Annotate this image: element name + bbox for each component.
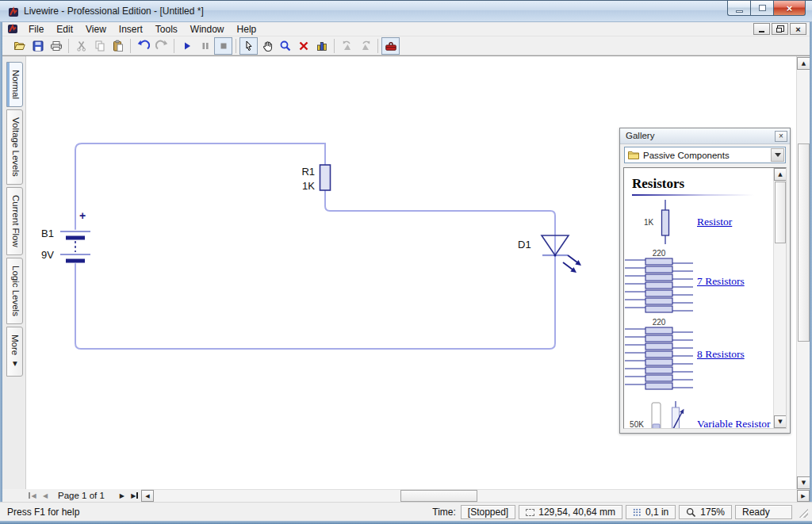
toolbar [2, 36, 810, 55]
copy-icon [94, 40, 106, 52]
previous-page-button[interactable]: ◀ [39, 490, 52, 502]
menu-insert[interactable]: Insert [113, 22, 149, 36]
pause-button[interactable] [196, 37, 214, 55]
pause-icon [199, 40, 212, 52]
last-page-button[interactable]: ▶ [128, 490, 141, 502]
pointer-icon [243, 40, 255, 52]
vertical-scroll-thumb[interactable] [798, 143, 810, 342]
redo-icon [155, 40, 168, 52]
title-bar[interactable]: Livewire - Professional Edition - [Untit… [0, 0, 812, 22]
cut-icon [75, 40, 88, 52]
mdi-minimize-icon [759, 31, 764, 33]
scroll-up-button[interactable]: ▲ [797, 57, 810, 70]
graph-button[interactable] [312, 37, 331, 55]
horizontal-scrollbar[interactable]: ◀ ▶ [141, 489, 810, 502]
paste-icon [112, 40, 124, 52]
close-button[interactable]: × [773, 1, 806, 16]
rotate-left-icon [341, 40, 354, 52]
tab-current-flow[interactable]: Current Flow [6, 187, 23, 255]
gallery-close-button[interactable]: × [775, 131, 787, 142]
simulation-time-panel: [Stopped] [461, 505, 515, 519]
gallery-category-row: Passive Components [620, 144, 790, 166]
tab-logic-levels[interactable]: Logic Levels [6, 258, 23, 324]
menu-help[interactable]: Help [231, 22, 263, 36]
mdi-close-button[interactable]: × [790, 23, 806, 35]
resistor-symbol-icon [657, 200, 674, 244]
vertical-scrollbar[interactable]: ▲ ▼ [796, 56, 810, 490]
resize-grip[interactable] [797, 507, 808, 518]
restore-button[interactable] [750, 1, 773, 16]
item-value-label: 1K [644, 218, 653, 227]
category-selected-value: Passive Components [643, 151, 730, 160]
gallery-content: Resistors 1K Resistor 220 [623, 167, 787, 429]
menu-file[interactable]: File [22, 22, 50, 36]
bar-chart-icon [316, 40, 328, 52]
gallery-link-variable-resistor[interactable]: Variable Resistor [697, 418, 771, 429]
gallery-link-resistor[interactable]: Resistor [697, 216, 732, 228]
stop-button[interactable] [214, 37, 232, 55]
pointer-tool-button[interactable] [239, 37, 258, 55]
gallery-item-variable-resistor: 50K Variable Resistor [624, 392, 773, 429]
rotate-right-icon [359, 40, 372, 52]
next-page-icon: ▶ [120, 492, 124, 499]
resistor-network-8-icon [623, 327, 695, 391]
undo-button[interactable] [134, 37, 152, 55]
paste-button[interactable] [109, 37, 127, 55]
scroll-right-button[interactable]: ▶ [797, 490, 810, 502]
gallery-title-bar[interactable]: Gallery × [620, 128, 790, 144]
menu-edit[interactable]: Edit [50, 22, 79, 36]
gallery-scroll-up-button[interactable]: ▲ [774, 168, 787, 181]
pan-tool-button[interactable] [258, 37, 276, 55]
menu-window[interactable]: Window [184, 22, 231, 36]
open-button[interactable] [10, 37, 29, 55]
minimize-button[interactable] [727, 1, 750, 16]
gallery-scrollbar[interactable]: ▲ ▼ [773, 168, 786, 428]
save-icon [32, 40, 44, 52]
first-page-icon: ◀ [31, 492, 36, 499]
run-button[interactable] [178, 37, 196, 55]
menu-view[interactable]: View [79, 22, 113, 36]
save-button[interactable] [29, 37, 47, 55]
toolbar-separator [377, 39, 378, 53]
category-dropdown-button[interactable] [771, 148, 784, 162]
toolbar-separator [174, 39, 174, 53]
toolbar-separator [68, 39, 69, 53]
horizontal-scroll-thumb[interactable] [400, 490, 477, 502]
next-page-button[interactable]: ▶ [116, 490, 128, 502]
gallery-toolbox-button[interactable] [381, 37, 400, 55]
delete-tool-button[interactable] [294, 37, 312, 55]
tab-normal[interactable]: Normal [6, 62, 23, 107]
hand-icon [261, 40, 274, 52]
mdi-close-icon: × [795, 25, 800, 34]
gallery-scroll-down-button[interactable]: ▼ [774, 415, 787, 428]
category-dropdown[interactable]: Passive Components [624, 147, 786, 163]
gallery-link-8-resistors[interactable]: 8 Resistors [697, 348, 745, 361]
app-icon [7, 6, 20, 18]
menu-tools[interactable]: Tools [149, 22, 184, 36]
print-button[interactable] [47, 37, 65, 55]
tab-voltage-levels[interactable]: Voltage Levels [6, 109, 23, 185]
copy-button[interactable] [90, 37, 109, 55]
minimize-icon [736, 10, 743, 13]
redo-button[interactable] [152, 37, 170, 55]
gallery-item-resistor: 1K Resistor [624, 197, 773, 247]
gallery-item-7-resistors: 220 [624, 247, 773, 316]
gallery-link-7-resistors[interactable]: 7 Resistors [697, 275, 745, 288]
cut-button[interactable] [72, 37, 90, 55]
stop-icon [217, 40, 230, 52]
gallery-scroll-thumb[interactable] [775, 182, 786, 243]
scroll-down-button[interactable]: ▼ [797, 476, 810, 489]
first-page-button[interactable]: ◀ [26, 490, 39, 502]
mdi-minimize-button[interactable] [753, 23, 770, 35]
gallery-heading: Resistors [632, 176, 765, 192]
rotate-right-button[interactable] [356, 37, 374, 55]
scroll-left-button[interactable]: ◀ [141, 490, 154, 502]
page-navigation: ◀ ◀ Page 1 of 1 ▶ ▶ ◀ ▶ [2, 489, 810, 502]
tab-more[interactable]: More ▾ [6, 327, 23, 377]
gallery-item-8-resistors: 220 [624, 316, 773, 392]
page-indicator: Page 1 of 1 [52, 491, 116, 500]
restore-icon [759, 5, 766, 11]
zoom-tool-button[interactable] [276, 37, 294, 55]
rotate-left-button[interactable] [338, 37, 356, 55]
mdi-restore-button[interactable] [772, 23, 788, 35]
